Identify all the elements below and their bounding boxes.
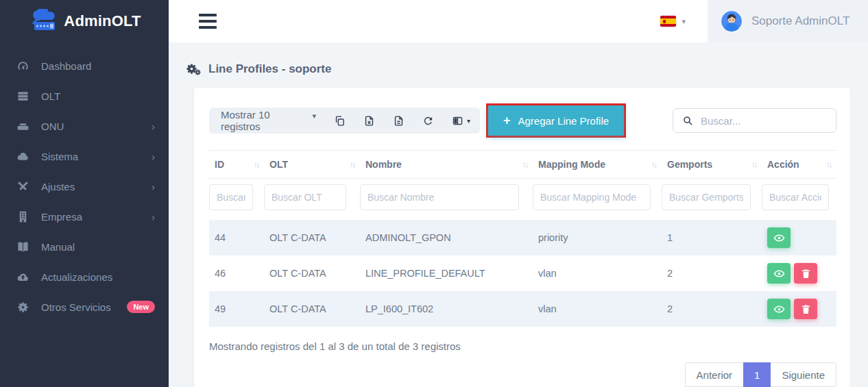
spanish-flag-icon	[660, 16, 676, 27]
cell-olt: OLT C-DATA	[264, 220, 360, 255]
sidebar-item-sistema[interactable]: Sistema ›	[0, 141, 169, 171]
pagination-previous-button[interactable]: Anterior	[685, 362, 744, 387]
book-icon	[15, 240, 30, 253]
sort-icon: ↑↓	[826, 160, 831, 168]
language-dropdown[interactable]: ▾	[660, 16, 686, 27]
table-row: 44 OLT C-DATA ADMINOLT_GPON priority 1	[209, 220, 836, 255]
pagination-page-1-button[interactable]: 1	[743, 362, 771, 387]
sidebar-item-label: Sistema	[41, 151, 152, 162]
refresh-icon	[422, 115, 434, 127]
tools-icon	[15, 179, 30, 193]
sidebar-item-actualizaciones[interactable]: Actualizaciones	[0, 262, 169, 292]
topbar: ▾ Soporte AdminOLT	[169, 0, 868, 42]
view-button[interactable]	[767, 227, 791, 248]
cell-gemports: 1	[662, 220, 762, 255]
sidebar-item-label: Dashboard	[41, 60, 155, 72]
copy-button[interactable]	[334, 115, 346, 127]
page-length-dropdown[interactable]: Mostrar 10 registros ▾	[221, 109, 316, 132]
refresh-button[interactable]	[422, 115, 434, 127]
gears-icon	[185, 62, 203, 77]
sort-icon: ↑↓	[751, 160, 756, 168]
view-button[interactable]	[767, 299, 791, 319]
cell-olt: OLT C-DATA	[264, 291, 360, 327]
gauge-icon	[15, 59, 30, 73]
line-profiles-table: ID↑↓ OLT↑↓ Nombre↑↓ Mapping Mode↑↓ Gempo…	[209, 150, 836, 327]
cell-id: 46	[209, 255, 264, 291]
column-visibility-button[interactable]: ▾	[452, 115, 470, 127]
line-profiles-card: Mostrar 10 registros ▾	[194, 88, 850, 387]
cell-olt: OLT C-DATA	[264, 255, 360, 291]
export-file-icon	[393, 115, 405, 127]
column-header-nombre[interactable]: Nombre↑↓	[360, 151, 533, 179]
cell-id: 49	[209, 291, 264, 327]
cell-nombre: ADMINOLT_GPON	[360, 220, 533, 255]
trash-icon	[800, 303, 812, 315]
sidebar-item-olt[interactable]: OLT	[0, 81, 169, 111]
content-area: Line Profiles - soporte Mostrar 10 regis…	[169, 42, 868, 387]
page-title: Line Profiles - soporte	[185, 62, 868, 77]
pagination-next-button[interactable]: Siguiente	[771, 362, 836, 387]
annotation-highlight-box: + Agregar Line Profile	[486, 103, 626, 138]
sidebar: AdminOLT Dashboard OLT ONU › Sist	[0, 0, 169, 387]
search-input[interactable]	[701, 115, 837, 127]
sidebar-item-label: OLT	[41, 90, 155, 102]
delete-button[interactable]	[794, 299, 817, 319]
view-button[interactable]	[767, 263, 791, 284]
plus-icon: +	[503, 114, 511, 128]
user-menu[interactable]: Soporte AdminOLT	[708, 0, 868, 42]
eye-icon	[773, 268, 785, 279]
building-icon	[15, 210, 30, 223]
file-export-button[interactable]	[393, 115, 405, 127]
column-header-id[interactable]: ID↑↓	[209, 151, 264, 179]
server-icon	[15, 89, 30, 103]
sidebar-item-dashboard[interactable]: Dashboard	[0, 51, 169, 81]
sidebar-item-manual[interactable]: Manual	[0, 232, 169, 262]
sidebar-item-otros-servicios[interactable]: Otros Servicios New	[0, 292, 169, 322]
sort-icon: ↑↓	[254, 160, 258, 168]
global-search	[673, 108, 836, 133]
column-header-mapping-mode[interactable]: Mapping Mode↑↓	[533, 151, 662, 179]
user-name: Soporte AdminOLT	[751, 14, 849, 28]
sidebar-nav: Dashboard OLT ONU › Sistema ›	[0, 42, 169, 322]
sidebar-item-onu[interactable]: ONU ›	[0, 111, 169, 141]
chevron-right-icon: ›	[152, 121, 155, 132]
pagination: Anterior 1 Siguiente	[685, 362, 836, 387]
table-row: 49 OLT C-DATA LP_I600_IT602 vlan 2	[209, 291, 836, 327]
sidebar-item-label: Ajustes	[41, 181, 152, 192]
cell-nombre: LP_I600_IT602	[360, 291, 533, 327]
chevron-right-icon: ›	[152, 211, 155, 223]
delete-button[interactable]	[794, 263, 817, 284]
filter-olt-input[interactable]	[264, 184, 346, 210]
filter-mapping-mode-input[interactable]	[533, 184, 651, 210]
sidebar-item-label: ONU	[41, 121, 152, 132]
cloud-icon	[15, 149, 30, 163]
chevron-right-icon: ›	[152, 151, 155, 162]
caret-down-icon: ▾	[682, 17, 686, 26]
column-header-accion[interactable]: Acción↑↓	[762, 151, 836, 179]
sidebar-item-empresa[interactable]: Empresa ›	[0, 201, 169, 232]
filter-nombre-input[interactable]	[360, 184, 519, 210]
caret-down-icon: ▾	[312, 112, 316, 121]
caret-down-icon: ▾	[467, 117, 470, 125]
sidebar-item-ajustes[interactable]: Ajustes ›	[0, 171, 169, 201]
column-header-gemports[interactable]: Gemports↑↓	[662, 151, 762, 179]
sort-icon: ↑↓	[522, 160, 527, 168]
column-header-olt[interactable]: OLT↑↓	[264, 151, 360, 179]
add-line-profile-button[interactable]: + Agregar Line Profile	[488, 105, 624, 136]
filter-accion-input[interactable]	[762, 184, 829, 210]
cell-mapping-mode: priority	[533, 220, 662, 255]
toolbar-chip: Mostrar 10 registros ▾	[209, 108, 480, 134]
add-line-profile-label: Agregar Line Profile	[518, 115, 610, 127]
chevron-right-icon: ›	[152, 181, 155, 192]
filter-id-input[interactable]	[209, 184, 253, 210]
excel-icon	[363, 115, 375, 127]
menu-toggle-button[interactable]	[199, 14, 217, 29]
eye-icon	[773, 232, 785, 244]
brand-logo[interactable]: AdminOLT	[0, 0, 169, 42]
sort-icon: ↑↓	[350, 160, 354, 168]
device-icon	[15, 119, 30, 133]
cell-nombre: LINE_PROFILE_DEFAULT	[360, 255, 533, 291]
filter-gemports-input[interactable]	[662, 184, 751, 210]
excel-export-button[interactable]	[363, 115, 375, 127]
sidebar-item-label: Otros Servicios	[41, 301, 121, 313]
